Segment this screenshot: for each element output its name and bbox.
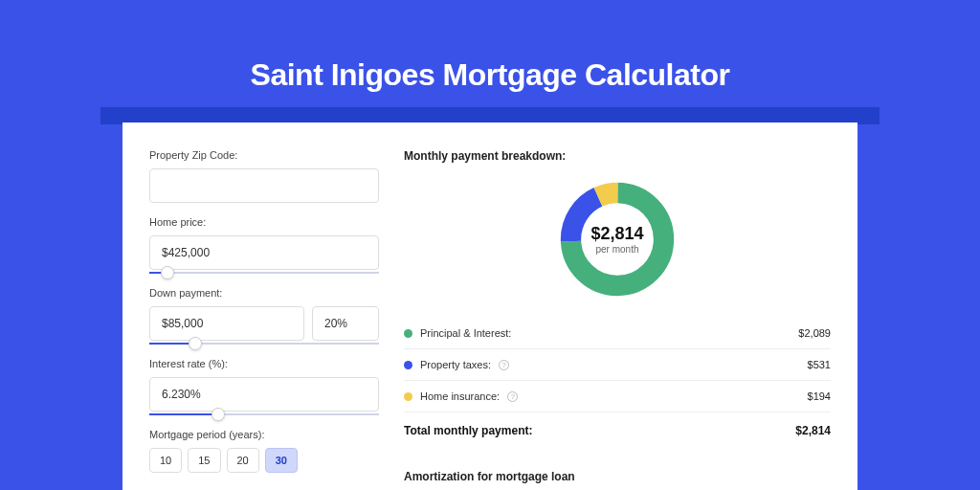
down-payment-label: Down payment: [149,287,379,299]
info-icon[interactable]: ? [507,391,518,402]
legend-principal: Principal & Interest: $2,089 [404,318,831,349]
legend-insurance-value: $194 [808,390,831,402]
home-price-input[interactable] [149,235,379,270]
period-options: 10 15 20 30 [149,448,379,473]
interest-slider[interactable] [149,413,379,415]
legend-principal-label: Principal & Interest: [420,327,511,339]
legend-taxes-value: $531 [808,359,831,370]
interest-slider-fill [149,413,218,415]
period-option-30[interactable]: 30 [265,448,298,473]
interest-group: Interest rate (%): [149,358,379,415]
down-payment-group: Down payment: [149,287,379,345]
calculator-card: Property Zip Code: Home price: Down paym… [122,122,858,490]
down-payment-slider[interactable] [149,343,379,345]
legend-principal-value: $2,089 [798,327,831,339]
zip-label: Property Zip Code: [149,149,379,161]
inputs-column: Property Zip Code: Home price: Down paym… [149,149,379,490]
period-group: Mortgage period (years): 10 15 20 30 [149,429,379,473]
legend-taxes-label: Property taxes: [420,359,491,370]
period-option-10[interactable]: 10 [149,448,182,473]
legend-insurance-label: Home insurance: [420,390,500,402]
amortization-title: Amortization for mortgage loan [404,470,831,483]
interest-label: Interest rate (%): [149,358,379,369]
interest-input[interactable] [149,377,379,412]
dot-taxes-icon [404,361,412,369]
info-icon[interactable]: ? [499,360,509,370]
donut-chart: $2,814 per month [556,178,679,301]
total-label: Total monthly payment: [404,424,532,437]
page-title: Saint Inigoes Mortgage Calculator [0,0,980,93]
breakdown-column: Monthly payment breakdown: $2,814 per mo… [404,149,831,490]
period-option-15[interactable]: 15 [188,448,220,473]
down-payment-input[interactable] [149,306,304,341]
breakdown-title: Monthly payment breakdown: [404,149,831,163]
donut-amount: $2,814 [590,224,643,244]
total-value: $2,814 [795,424,831,437]
interest-slider-thumb[interactable] [212,408,225,421]
down-payment-slider-thumb[interactable] [189,337,202,350]
dot-principal-icon [404,329,412,338]
down-payment-pct-input[interactable] [312,306,379,341]
home-price-slider-thumb[interactable] [161,266,174,279]
period-label: Mortgage period (years): [149,429,379,440]
legend-insurance: Home insurance: ? $194 [404,381,831,412]
home-price-slider[interactable] [149,272,379,274]
donut-wrap: $2,814 per month [404,178,831,301]
home-price-group: Home price: [149,216,379,274]
legend-taxes: Property taxes: ? $531 [404,349,831,381]
total-row: Total monthly payment: $2,814 [404,412,831,443]
home-price-label: Home price: [149,216,379,228]
zip-input[interactable] [149,168,379,203]
period-option-20[interactable]: 20 [227,448,259,473]
dot-insurance-icon [404,392,412,401]
zip-group: Property Zip Code: [149,149,379,203]
donut-sub: per month [590,244,643,255]
donut-center: $2,814 per month [590,224,643,255]
